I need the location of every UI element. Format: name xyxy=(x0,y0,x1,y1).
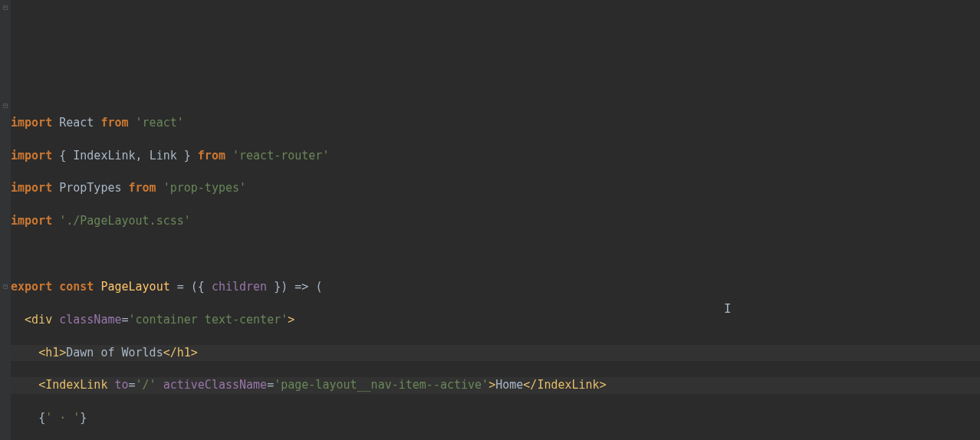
jsx-bracket: > xyxy=(191,346,198,360)
keyword-import: import xyxy=(11,214,52,228)
operator: = xyxy=(177,280,184,294)
code-line[interactable]: <h1>Dawn of Worlds</h1> xyxy=(11,345,980,361)
jsx-tag: h1 xyxy=(177,346,191,360)
comma: , xyxy=(136,149,143,163)
code-line[interactable]: {' · '} xyxy=(11,410,980,426)
string-literal: 'container text-center' xyxy=(129,313,288,327)
identifier: IndexLink xyxy=(73,149,135,163)
jsx-text: Home xyxy=(495,378,523,392)
brace: } xyxy=(274,280,281,294)
fold-marker-icon[interactable]: ⊟ xyxy=(2,4,9,11)
keyword-import: import xyxy=(11,149,52,163)
paren: ( xyxy=(315,280,322,294)
jsx-bracket: > xyxy=(488,378,495,392)
jsx-bracket: > xyxy=(600,378,607,392)
keyword-from: from xyxy=(129,181,156,195)
jsx-bracket: </ xyxy=(523,378,537,392)
brace: { xyxy=(38,411,45,425)
code-line[interactable]: import PropTypes from 'prop-types' xyxy=(11,180,980,196)
code-editor[interactable]: import React from 'react' import { Index… xyxy=(0,98,980,440)
jsx-bracket: > xyxy=(288,313,294,327)
operator: = xyxy=(129,378,136,392)
string-literal: 'react' xyxy=(136,116,184,130)
keyword-from: from xyxy=(100,116,128,130)
string-literal: './PageLayout.scss' xyxy=(59,214,191,228)
keyword-import: import xyxy=(11,181,52,195)
paren: ) xyxy=(281,280,288,294)
jsx-bracket: </ xyxy=(163,346,177,360)
code-line[interactable] xyxy=(11,246,980,262)
jsx-tag: IndexLink xyxy=(537,378,599,392)
code-line[interactable]: export const PageLayout = ({ children })… xyxy=(11,279,980,295)
code-line[interactable]: import { IndexLink, Link } from 'react-r… xyxy=(11,148,980,164)
paren: ( xyxy=(191,280,198,294)
brace: } xyxy=(80,411,87,425)
keyword-const: const xyxy=(59,280,94,294)
parameter: children xyxy=(212,280,267,294)
jsx-tag: h1 xyxy=(45,346,59,360)
jsx-tag: IndexLink xyxy=(45,378,107,392)
string-literal: '/' xyxy=(136,378,156,392)
jsx-bracket: < xyxy=(38,346,45,360)
keyword-from: from xyxy=(198,149,225,163)
keyword-import: import xyxy=(11,116,52,130)
code-line[interactable]: import React from 'react' xyxy=(11,115,980,131)
jsx-attr: to xyxy=(114,378,128,392)
jsx-bracket: > xyxy=(59,346,66,360)
brace: } xyxy=(184,149,191,163)
definition: PageLayout xyxy=(100,280,169,294)
identifier: React xyxy=(59,116,94,130)
string-literal: ' · ' xyxy=(45,411,80,425)
code-line[interactable]: import './PageLayout.scss' xyxy=(11,213,980,229)
jsx-attr: className xyxy=(59,313,121,327)
identifier: Link xyxy=(150,149,177,163)
string-literal: 'page-layout__nav-item--active' xyxy=(274,378,488,392)
code-line[interactable]: <IndexLink to='/' activeClassName='page-… xyxy=(11,377,980,393)
jsx-attr: activeClassName xyxy=(163,378,267,392)
brace: { xyxy=(59,149,66,163)
identifier: PropTypes xyxy=(59,181,121,195)
string-literal: 'prop-types' xyxy=(163,181,246,195)
jsx-tag: div xyxy=(31,313,52,327)
brace: { xyxy=(198,280,205,294)
operator: = xyxy=(267,378,274,392)
string-literal: 'react-router' xyxy=(232,149,329,163)
jsx-text: Dawn of Worlds xyxy=(66,346,163,360)
jsx-bracket: < xyxy=(25,313,31,327)
code-line[interactable]: <div className='container text-center'> xyxy=(11,312,980,328)
jsx-bracket: < xyxy=(38,378,45,392)
keyword-export: export xyxy=(11,280,52,294)
operator: = xyxy=(122,313,129,327)
arrow: => xyxy=(294,280,308,294)
